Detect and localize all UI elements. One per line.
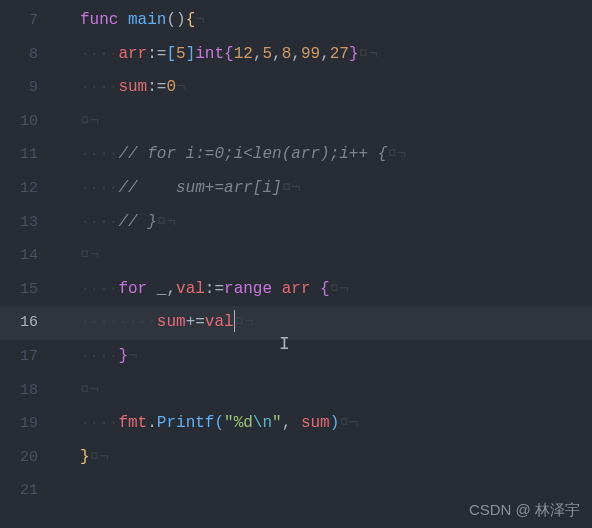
code-content-area[interactable]: func main(){¬····arr:=[5]int{12,5,8,99,2… (58, 0, 592, 528)
line-number: 13 (0, 206, 58, 240)
code-editor[interactable]: 789101112131415161718192021 func main(){… (0, 0, 592, 528)
line-number: 21 (0, 474, 58, 508)
code-line[interactable]: ····sum:=0¬ (58, 71, 592, 105)
line-number: 7 (0, 4, 58, 38)
line-number: 16 (0, 306, 58, 340)
line-number: 8 (0, 38, 58, 72)
code-line[interactable]: ····// sum+=arr[i]¤¬ (58, 172, 592, 206)
line-number: 15 (0, 273, 58, 307)
code-line[interactable]: }¤¬ (58, 441, 592, 475)
line-number: 11 (0, 138, 58, 172)
line-number: 19 (0, 407, 58, 441)
code-line[interactable]: ¤¬ (58, 239, 592, 273)
line-number: 9 (0, 71, 58, 105)
code-line[interactable]: ····fmt.Printf("%d\n", sum)¤¬ (58, 407, 592, 441)
watermark-label: CSDN @ 林泽宇 (469, 501, 580, 520)
code-line[interactable]: ····arr:=[5]int{12,5,8,99,27}¤¬ (58, 38, 592, 72)
code-line[interactable]: ····// }¤¬ (58, 206, 592, 240)
code-line[interactable]: ····// for i:=0;i<len(arr);i++ {¤¬ (58, 138, 592, 172)
code-line[interactable]: ····}¬ (58, 340, 592, 374)
line-number: 14 (0, 239, 58, 273)
line-number: 10 (0, 105, 58, 139)
code-line[interactable]: ····for _,val:=range arr {¤¬ (58, 273, 592, 307)
line-number: 18 (0, 374, 58, 408)
line-number: 17 (0, 340, 58, 374)
code-line[interactable]: ········sum+=val¤¬ (58, 306, 592, 340)
code-line[interactable]: ¤¬ (58, 105, 592, 139)
code-line[interactable]: func main(){¬ (58, 4, 592, 38)
line-number: 20 (0, 441, 58, 475)
code-line[interactable]: ¤¬ (58, 374, 592, 408)
line-number: 12 (0, 172, 58, 206)
line-number-gutter: 789101112131415161718192021 (0, 0, 58, 528)
